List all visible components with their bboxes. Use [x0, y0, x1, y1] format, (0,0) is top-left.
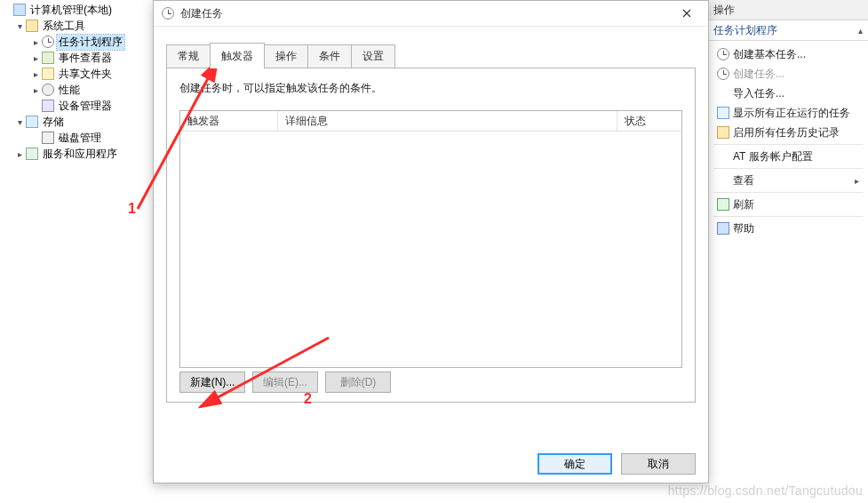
actions-panel: 操作 任务计划程序 ▴ 创建基本任务... 创建任务... 导入任务... 显示…	[707, 0, 868, 503]
separator	[713, 168, 863, 169]
tree-label: 性能	[57, 83, 82, 98]
action-show-running[interactable]: 显示所有正在运行的任务	[708, 103, 868, 123]
action-label: 帮助	[733, 221, 859, 236]
delete-button[interactable]: 删除(D)	[325, 371, 391, 393]
list-header: 触发器 详细信息 状态	[180, 111, 681, 132]
caret-down-icon: ▾	[14, 117, 25, 127]
tree-label: 设备管理器	[57, 99, 114, 114]
trigger-list[interactable]: 触发器 详细信息 状态	[179, 110, 682, 368]
separator	[713, 144, 863, 145]
tree-label: 磁盘管理	[57, 131, 103, 146]
refresh-icon	[717, 198, 733, 211]
col-trigger[interactable]: 触发器	[180, 111, 278, 131]
tab-conditions[interactable]: 条件	[307, 44, 352, 68]
caret-right-icon: ▸	[30, 37, 41, 47]
edit-button[interactable]: 编辑(E)...	[252, 371, 318, 393]
tree-storage[interactable]: ▾ 存储	[0, 114, 147, 130]
action-label: 查看	[733, 173, 855, 188]
annotation-number-1: 1	[128, 201, 136, 217]
separator	[713, 192, 863, 193]
action-label: 创建基本任务...	[733, 47, 859, 62]
help-icon	[717, 222, 733, 235]
clock-icon	[717, 68, 733, 80]
cancel-button[interactable]: 取消	[621, 453, 696, 475]
tree-system-tools[interactable]: ▾ 系统工具	[0, 18, 147, 34]
tab-description: 创建任务时，可以指定触发该任务的条件。	[179, 81, 682, 96]
tree-root[interactable]: 计算机管理(本地)	[0, 2, 147, 18]
close-button[interactable]	[669, 1, 705, 26]
action-at-config[interactable]: AT 服务帐户配置	[708, 147, 868, 166]
storage-icon	[25, 115, 39, 129]
close-icon	[682, 9, 691, 18]
dialog-title: 创建任务	[180, 6, 669, 21]
ok-button[interactable]: 确定	[538, 453, 612, 475]
service-icon	[25, 147, 39, 161]
dialog-footer: 确定 取消	[154, 445, 708, 483]
tree-services-apps[interactable]: ▸ 服务和应用程序	[0, 146, 147, 162]
action-label: 创建任务...	[733, 67, 859, 82]
event-icon	[41, 51, 55, 65]
action-create-basic-task[interactable]: 创建基本任务...	[708, 44, 868, 64]
tree-label: 系统工具	[41, 19, 87, 34]
tree-task-scheduler[interactable]: ▸ 任务计划程序	[0, 34, 147, 50]
list-body[interactable]	[180, 132, 681, 367]
annotation-number-2: 2	[304, 391, 312, 407]
tab-strip: 常规 触发器 操作 条件 设置	[166, 46, 394, 68]
action-import-task[interactable]: 导入任务...	[708, 84, 868, 103]
tree-performance[interactable]: ▸ 性能	[0, 82, 147, 98]
tree-disk-management[interactable]: 磁盘管理	[0, 130, 147, 146]
tab-actions[interactable]: 操作	[264, 44, 308, 68]
new-button[interactable]: 新建(N)...	[179, 371, 245, 393]
caret-right-icon: ▸	[30, 69, 41, 79]
clock-icon	[161, 6, 175, 20]
caret-down-icon: ▾	[14, 21, 25, 31]
tree-event-viewer[interactable]: ▸ 事件查看器	[0, 50, 147, 66]
tab-settings[interactable]: 设置	[351, 44, 395, 68]
chevron-right-icon: ▸	[855, 176, 859, 186]
tree-device-manager[interactable]: 设备管理器	[0, 98, 147, 114]
device-icon	[41, 99, 55, 113]
tree-label: 计算机管理(本地)	[28, 3, 114, 18]
action-refresh[interactable]: 刷新	[708, 195, 868, 214]
clock-icon	[41, 35, 55, 49]
action-label: 显示所有正在运行的任务	[733, 106, 859, 121]
tab-general[interactable]: 常规	[166, 44, 211, 68]
actions-list: 创建基本任务... 创建任务... 导入任务... 显示所有正在运行的任务 启用…	[708, 41, 868, 242]
action-enable-history[interactable]: 启用所有任务历史记录	[708, 123, 868, 142]
nav-tree: 计算机管理(本地) ▾ 系统工具 ▸ 任务计划程序 ▸ 事件查看器 ▸ 共享文件…	[0, 0, 147, 503]
running-icon	[717, 107, 733, 119]
tree-shared-folders[interactable]: ▸ 共享文件夹	[0, 66, 147, 82]
tools-icon	[25, 19, 39, 33]
caret-right-icon: ▸	[14, 149, 25, 159]
disk-icon	[41, 131, 55, 145]
collapse-icon: ▴	[858, 26, 863, 36]
tab-triggers[interactable]: 触发器	[210, 43, 265, 68]
tree-label: 存储	[41, 115, 66, 130]
share-icon	[41, 67, 55, 81]
computer-icon	[12, 3, 27, 17]
tree-label: 任务计划程序	[57, 35, 124, 50]
caret-right-icon: ▸	[30, 85, 41, 95]
clock-icon	[717, 48, 733, 60]
actions-section-label: 任务计划程序	[713, 23, 777, 38]
separator	[713, 216, 863, 217]
create-task-dialog: 创建任务 常规 触发器 操作 条件 设置 创建任务时，可以指定触发该任务的条件。…	[153, 0, 709, 483]
tree-label: 服务和应用程序	[41, 147, 119, 162]
perf-icon	[41, 83, 55, 97]
action-label: AT 服务帐户配置	[733, 149, 859, 164]
action-label: 导入任务...	[733, 86, 859, 101]
tab-page-triggers: 创建任务时，可以指定触发该任务的条件。 触发器 详细信息 状态 新建(N)...…	[166, 68, 696, 403]
action-help[interactable]: 帮助	[708, 219, 868, 238]
tree-label: 事件查看器	[57, 51, 114, 66]
actions-section-header[interactable]: 任务计划程序 ▴	[708, 20, 868, 41]
history-icon	[717, 126, 733, 139]
action-view[interactable]: 查看 ▸	[708, 171, 868, 190]
action-create-task[interactable]: 创建任务...	[708, 64, 868, 84]
tree-label: 共享文件夹	[57, 67, 114, 82]
col-detail[interactable]: 详细信息	[278, 111, 617, 131]
dialog-titlebar[interactable]: 创建任务	[154, 1, 708, 27]
actions-panel-title: 操作	[708, 0, 868, 20]
caret-right-icon: ▸	[30, 53, 41, 63]
action-label: 刷新	[733, 197, 859, 212]
col-status[interactable]: 状态	[617, 111, 681, 131]
